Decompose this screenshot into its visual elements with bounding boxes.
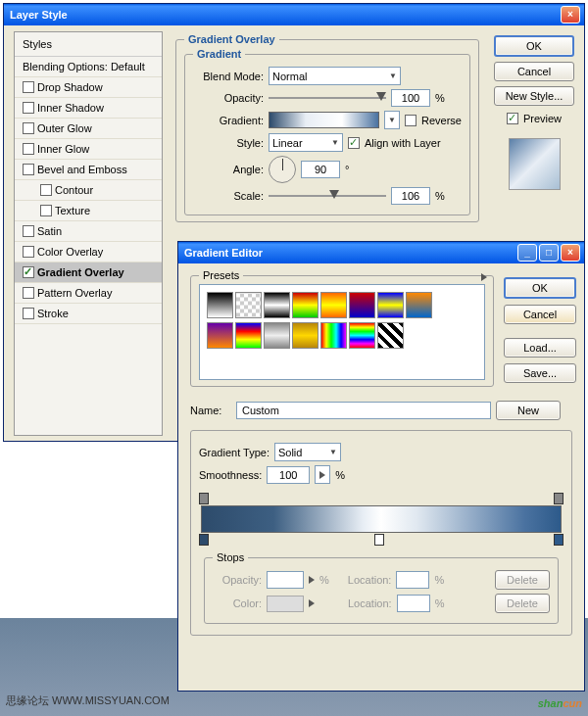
style-item-stroke[interactable]: Stroke bbox=[15, 304, 162, 324]
preset-swatch[interactable] bbox=[377, 292, 404, 318]
gradient-editor-titlebar[interactable]: Gradient Editor _ □ × bbox=[178, 242, 584, 263]
gradient-picker-arrow[interactable]: ▼ bbox=[384, 111, 400, 129]
reverse-checkbox[interactable] bbox=[405, 115, 416, 126]
stop-location-label-2: Location: bbox=[348, 597, 392, 609]
preset-swatch[interactable] bbox=[207, 292, 233, 318]
preview-swatch bbox=[509, 138, 561, 190]
smoothness-field[interactable] bbox=[267, 466, 310, 484]
style-item-inner-shadow[interactable]: Inner Shadow bbox=[15, 98, 162, 119]
style-item-color-overlay[interactable]: Color Overlay bbox=[15, 242, 162, 263]
style-item-contour[interactable]: Contour bbox=[15, 180, 162, 201]
name-label: Name: bbox=[190, 405, 231, 416]
gradient-preview[interactable] bbox=[269, 112, 379, 128]
preset-swatch[interactable] bbox=[264, 292, 290, 318]
style-checkbox[interactable] bbox=[23, 266, 34, 278]
preset-swatch[interactable] bbox=[320, 322, 347, 349]
presets-menu-icon[interactable] bbox=[481, 273, 487, 281]
style-item-gradient-overlay[interactable]: Gradient Overlay bbox=[15, 263, 162, 283]
color-stop[interactable] bbox=[374, 534, 384, 546]
gradient-strip[interactable] bbox=[201, 505, 562, 533]
close-icon[interactable]: × bbox=[561, 6, 580, 24]
opacity-stop[interactable] bbox=[554, 493, 564, 504]
chevron-right-icon bbox=[319, 471, 325, 479]
preview-checkbox[interactable] bbox=[507, 113, 518, 124]
blending-options-row[interactable]: Blending Options: Default bbox=[15, 57, 162, 77]
style-label: Inner Shadow bbox=[37, 102, 104, 114]
gradient-type-select[interactable]: Solid▼ bbox=[274, 443, 341, 461]
style-checkbox[interactable] bbox=[23, 246, 34, 258]
chevron-right-icon bbox=[309, 576, 315, 584]
style-checkbox[interactable] bbox=[23, 81, 34, 93]
layer-style-titlebar[interactable]: Layer Style × bbox=[4, 4, 584, 25]
preset-swatch[interactable] bbox=[235, 322, 262, 349]
new-button[interactable]: New bbox=[496, 401, 561, 420]
preset-swatch[interactable] bbox=[235, 292, 262, 318]
opacity-stop[interactable] bbox=[199, 493, 209, 504]
ge-ok-button[interactable]: OK bbox=[504, 277, 576, 299]
angle-dial[interactable] bbox=[269, 156, 296, 183]
watermark-logo: shancun bbox=[538, 690, 582, 712]
style-label: Satin bbox=[37, 225, 62, 237]
smoothness-arrow[interactable] bbox=[315, 465, 330, 484]
preset-swatch[interactable] bbox=[377, 322, 404, 349]
stop-location-field bbox=[396, 571, 429, 589]
style-checkbox[interactable] bbox=[23, 308, 34, 319]
minimize-icon[interactable]: _ bbox=[517, 244, 537, 262]
style-item-outer-glow[interactable]: Outer Glow bbox=[15, 119, 162, 139]
style-select[interactable]: Linear▼ bbox=[269, 133, 343, 152]
style-checkbox[interactable] bbox=[23, 122, 34, 134]
style-checkbox[interactable] bbox=[23, 287, 34, 299]
chevron-down-icon: ▼ bbox=[331, 138, 339, 147]
style-label: Gradient Overlay bbox=[37, 266, 124, 278]
style-checkbox[interactable] bbox=[40, 184, 52, 196]
name-field[interactable] bbox=[236, 402, 491, 419]
style-label: Inner Glow bbox=[37, 143, 89, 155]
style-checkbox[interactable] bbox=[23, 143, 34, 155]
style-checkbox[interactable] bbox=[40, 205, 52, 216]
style-item-pattern-overlay[interactable]: Pattern Overlay bbox=[15, 283, 162, 304]
style-checkbox[interactable] bbox=[23, 164, 34, 175]
gradient-editor-dialog: Gradient Editor _ □ × Presets OK Cancel … bbox=[177, 241, 585, 692]
presets-legend: Presets bbox=[199, 269, 243, 281]
style-label: Style: bbox=[193, 137, 264, 149]
cancel-button[interactable]: Cancel bbox=[494, 62, 574, 81]
styles-header[interactable]: Styles bbox=[15, 32, 162, 57]
style-item-bevel-and-emboss[interactable]: Bevel and Emboss bbox=[15, 160, 162, 180]
style-label: Drop Shadow bbox=[37, 81, 103, 93]
style-label: Texture bbox=[55, 205, 90, 216]
maximize-icon[interactable]: □ bbox=[539, 244, 559, 262]
opacity-slider[interactable] bbox=[269, 90, 386, 106]
opacity-field[interactable] bbox=[391, 89, 430, 107]
ge-cancel-button[interactable]: Cancel bbox=[504, 305, 576, 324]
scale-slider[interactable] bbox=[269, 188, 386, 204]
preset-swatch[interactable] bbox=[406, 292, 432, 318]
delete-color-stop-button: Delete bbox=[495, 594, 550, 613]
ge-save-button[interactable]: Save... bbox=[504, 363, 576, 383]
preset-swatch[interactable] bbox=[264, 322, 290, 349]
color-stop[interactable] bbox=[199, 534, 209, 546]
new-style-button[interactable]: New Style... bbox=[494, 86, 574, 106]
style-checkbox[interactable] bbox=[23, 102, 34, 114]
preset-swatch[interactable] bbox=[292, 322, 318, 349]
ok-button[interactable]: OK bbox=[494, 35, 574, 57]
align-label: Align with Layer bbox=[365, 137, 441, 149]
style-item-inner-glow[interactable]: Inner Glow bbox=[15, 139, 162, 160]
preset-swatch[interactable] bbox=[292, 292, 318, 318]
style-item-drop-shadow[interactable]: Drop Shadow bbox=[15, 77, 162, 98]
style-checkbox[interactable] bbox=[23, 225, 34, 237]
color-stop[interactable] bbox=[554, 534, 564, 546]
align-checkbox[interactable] bbox=[348, 137, 360, 149]
style-item-satin[interactable]: Satin bbox=[15, 221, 162, 242]
scale-field[interactable] bbox=[391, 187, 430, 205]
preset-swatch[interactable] bbox=[349, 322, 375, 349]
blend-mode-select[interactable]: Normal▼ bbox=[269, 67, 401, 85]
preset-swatch[interactable] bbox=[349, 292, 375, 318]
style-item-texture[interactable]: Texture bbox=[15, 201, 162, 221]
preset-swatch[interactable] bbox=[320, 292, 347, 318]
presets-group: Presets bbox=[190, 275, 494, 387]
stops-group: Stops Opacity: % Location: % Delete Colo… bbox=[204, 557, 559, 624]
ge-load-button[interactable]: Load... bbox=[504, 338, 576, 358]
close-icon[interactable]: × bbox=[561, 244, 580, 262]
angle-field[interactable] bbox=[301, 161, 340, 178]
preset-swatch[interactable] bbox=[207, 322, 233, 349]
